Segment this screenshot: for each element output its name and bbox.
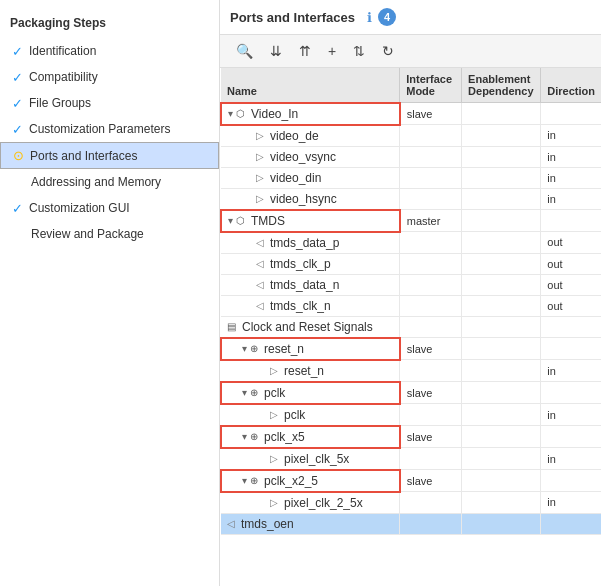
direction-cell: in	[541, 360, 601, 382]
sidebar-item-customization-gui[interactable]: ✓Customization GUI	[0, 195, 219, 221]
iface-icon: ⊕	[250, 431, 258, 442]
table-body: ▾ ⬡ Video_In slave ▷ video_de in ▷ video…	[221, 103, 601, 535]
expand-icon[interactable]: ▾	[242, 475, 247, 486]
sidebar-item-label: Review and Package	[31, 227, 144, 241]
badge-count: 4	[378, 8, 396, 26]
main-header: Ports and Interfaces ℹ 4	[220, 0, 601, 35]
row-label: tmds_clk_p	[270, 257, 331, 271]
expand-icon[interactable]: ▾	[242, 387, 247, 398]
col-direction: Direction	[541, 68, 601, 103]
mode-cell	[400, 360, 462, 382]
table-row[interactable]: ▾ ⊕ pclk slave	[221, 382, 601, 404]
sidebar-item-addressing-and-memory[interactable]: Addressing and Memory	[0, 169, 219, 195]
table-row[interactable]: ◁ tmds_data_p out	[221, 232, 601, 254]
enablement-cell	[462, 295, 541, 316]
move-button[interactable]: ⇅	[347, 40, 371, 62]
sidebar-item-customization-parameters[interactable]: ✓Customization Parameters	[0, 116, 219, 142]
mode-cell	[400, 167, 462, 188]
table-row[interactable]: ▾ ⊕ pclk_x5 slave	[221, 426, 601, 448]
name-cell: ◁ tmds_clk_n	[221, 295, 400, 316]
table-row[interactable]: ▾ ⊕ pclk_x2_5 slave	[221, 470, 601, 492]
table-row[interactable]: ▾ ⊕ reset_n slave	[221, 338, 601, 360]
port-special-icon: ◁	[256, 258, 264, 269]
add-button[interactable]: +	[322, 40, 342, 62]
port-icon: ▷	[270, 409, 278, 420]
sidebar-item-identification[interactable]: ✓Identification	[0, 38, 219, 64]
direction-cell: in	[541, 188, 601, 210]
direction-cell: out	[541, 253, 601, 274]
row-label: pixel_clk_5x	[284, 452, 349, 466]
bus-icon: ⬡	[236, 108, 245, 119]
sidebar-item-compatibility[interactable]: ✓Compatibility	[0, 64, 219, 90]
row-label: video_de	[270, 129, 319, 143]
row-label: pclk	[264, 386, 285, 400]
table-row[interactable]: ▤ Clock and Reset Signals	[221, 316, 601, 338]
enablement-cell	[462, 274, 541, 295]
table-container: Name InterfaceMode EnablementDependency …	[220, 68, 601, 586]
search-button[interactable]: 🔍	[230, 40, 259, 62]
direction-cell: in	[541, 125, 601, 147]
table-row[interactable]: ▷ video_din in	[221, 167, 601, 188]
expand-icon[interactable]: ▾	[242, 343, 247, 354]
expand-all-button[interactable]: ⇈	[293, 40, 317, 62]
sidebar-item-label: Customization GUI	[29, 201, 130, 215]
row-label: reset_n	[284, 364, 324, 378]
enablement-cell	[462, 146, 541, 167]
expand-icon[interactable]: ▾	[242, 431, 247, 442]
name-cell: ▷ video_de	[221, 125, 400, 147]
port-special-icon: ◁	[256, 279, 264, 290]
table-row[interactable]: ◁ tmds_oen	[221, 513, 601, 534]
table-row[interactable]: ◁ tmds_clk_n out	[221, 295, 601, 316]
table-row[interactable]: ◁ tmds_data_n out	[221, 274, 601, 295]
name-cell: ◁ tmds_data_n	[221, 274, 400, 295]
col-enablement: EnablementDependency	[462, 68, 541, 103]
row-label: reset_n	[264, 342, 304, 356]
mode-cell	[400, 404, 462, 426]
iface-icon: ⊕	[250, 387, 258, 398]
mode-cell	[400, 232, 462, 254]
enablement-cell	[462, 448, 541, 470]
table-row[interactable]: ▾ ⬡ TMDS master	[221, 210, 601, 232]
name-cell: ▾ ⬡ Video_In	[221, 103, 400, 125]
table-row[interactable]: ▷ video_de in	[221, 125, 601, 147]
table-row[interactable]: ▷ pixel_clk_5x in	[221, 448, 601, 470]
port-special-icon: ◁	[227, 518, 235, 529]
direction-cell	[541, 382, 601, 404]
sidebar-items-container: ✓Identification✓Compatibility✓File Group…	[0, 38, 219, 247]
port-icon: ▷	[270, 365, 278, 376]
row-label: pclk_x2_5	[264, 474, 318, 488]
ports-table: Name InterfaceMode EnablementDependency …	[220, 68, 601, 535]
port-icon: ▷	[270, 497, 278, 508]
sidebar-item-ports-and-interfaces[interactable]: ⊙Ports and Interfaces	[0, 142, 219, 169]
name-cell: ▷ reset_n	[221, 360, 400, 382]
col-name: Name	[221, 68, 400, 103]
table-row[interactable]: ▷ video_vsync in	[221, 146, 601, 167]
direction-cell	[541, 338, 601, 360]
sidebar-item-file-groups[interactable]: ✓File Groups	[0, 90, 219, 116]
port-special-icon: ◁	[256, 300, 264, 311]
row-label: pclk_x5	[264, 430, 305, 444]
warn-icon: ⊙	[13, 148, 24, 163]
mode-cell	[400, 316, 462, 338]
table-row[interactable]: ◁ tmds_clk_p out	[221, 253, 601, 274]
row-label: tmds_clk_n	[270, 299, 331, 313]
table-row[interactable]: ▷ video_hsync in	[221, 188, 601, 210]
table-row[interactable]: ▷ pclk in	[221, 404, 601, 426]
direction-cell	[541, 470, 601, 492]
sidebar-item-review-and-package[interactable]: Review and Package	[0, 221, 219, 247]
collapse-all-button[interactable]: ⇊	[264, 40, 288, 62]
mode-cell	[400, 188, 462, 210]
table-row[interactable]: ▾ ⬡ Video_In slave	[221, 103, 601, 125]
row-label: Clock and Reset Signals	[242, 320, 373, 334]
expand-icon[interactable]: ▾	[228, 108, 233, 119]
sidebar-item-label: File Groups	[29, 96, 91, 110]
check-icon: ✓	[12, 201, 23, 216]
mode-cell	[400, 448, 462, 470]
mode-cell: slave	[400, 470, 462, 492]
table-row[interactable]: ▷ reset_n in	[221, 360, 601, 382]
expand-icon[interactable]: ▾	[228, 215, 233, 226]
table-row[interactable]: ▷ pixel_clk_2_5x in	[221, 492, 601, 514]
refresh-button[interactable]: ↻	[376, 40, 400, 62]
mode-cell	[400, 253, 462, 274]
check-icon: ✓	[12, 70, 23, 85]
